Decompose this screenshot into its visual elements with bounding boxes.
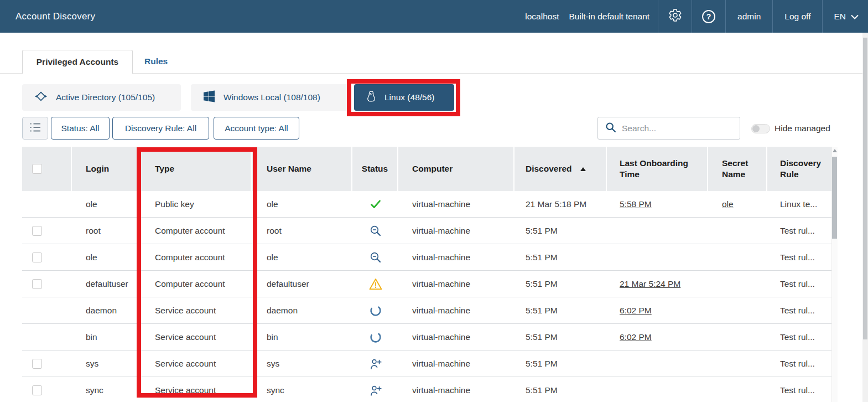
language-selector[interactable]: EN [822,0,868,33]
page-scrollbar-thumb[interactable] [863,38,867,339]
discovery-rule-filter-button[interactable]: Discovery Rule: All [112,117,209,140]
windows-icon [203,90,215,105]
discovery-rule-cell: Test rul... [767,218,831,244]
row-checkbox-cell [22,244,72,270]
discovered-cell: 5:51 PM [514,351,607,377]
user-name-cell: defaultuser [252,271,352,297]
accounts-table: Login Type User Name Status Computer Dis… [22,147,831,402]
search-icon [605,122,616,135]
success-check-icon [369,199,382,210]
last-onboarding-time-cell[interactable]: 21 Mar 5:24 PM [607,271,708,297]
login-cell: ole [72,244,141,270]
discovery-rule-cell: Linux te... [767,191,831,217]
user-name-cell: root [252,218,352,244]
topbar: Account Discovery localhost Built-in def… [0,0,868,33]
row-checkbox-cell [22,218,72,244]
discovered-cell: 5:51 PM [514,324,607,350]
tab-bar: Privileged Accounts Rules [0,50,868,74]
column-header-secret-name[interactable]: Secret Name [708,147,767,191]
settings-button[interactable] [658,0,692,33]
row-checkbox[interactable] [32,252,42,262]
discovered-cell: 5:51 PM [514,271,607,297]
row-checkbox[interactable] [32,359,42,369]
column-header-computer[interactable]: Computer [398,147,514,191]
logoff-button[interactable]: Log off [772,0,822,33]
account-type-filter-button[interactable]: Account type: All [214,117,299,140]
discovery-rule-cell: Test rul... [767,324,831,350]
table-body: ole Public key ole virtual-machine 21 Ma… [22,191,831,402]
secret-name-cell [708,297,767,323]
table-row: root Computer account root virtual-machi… [22,218,831,244]
status-filter-button[interactable]: Status: All [51,117,110,140]
user-name-cell: daemon [252,297,352,323]
chevron-down-icon [851,12,859,22]
computer-cell: virtual-machine [398,377,514,402]
hide-managed-label: Hide managed [775,123,830,133]
secret-name-cell [708,377,767,402]
login-cell: defaultuser [72,271,141,297]
column-header-user-name[interactable]: User Name [252,147,352,191]
computer-cell: virtual-machine [398,324,514,350]
type-cell: Public key [141,191,252,217]
discovery-rule-cell: Test rul... [767,244,831,270]
source-linux-button[interactable]: Linux (48/56) [354,84,454,111]
select-all-checkbox[interactable] [32,164,42,174]
source-label: Active Directory (105/105) [56,92,155,102]
last-onboarding-time-cell [607,244,708,270]
warning-icon [369,278,382,290]
secret-name-cell[interactable]: ole [708,191,767,217]
column-header-type[interactable]: Type [141,147,252,191]
column-header-login[interactable]: Login [72,147,141,191]
list-view-button[interactable] [22,117,48,140]
search-input[interactable] [622,123,724,133]
table-row: ole Public key ole virtual-machine 21 Ma… [22,191,831,218]
login-cell: ole [72,191,141,217]
hide-managed-toggle[interactable] [751,124,770,133]
last-onboarding-time-cell [607,218,708,244]
login-cell: sync [72,377,141,402]
add-user-icon [369,358,382,370]
active-directory-icon [34,90,48,105]
secret-name-cell [708,271,767,297]
row-checkbox-cell [22,324,72,350]
last-onboarding-time-cell[interactable]: 6:02 PM [607,297,708,323]
host-label: localhost [525,0,564,33]
computer-cell: virtual-machine [398,218,514,244]
row-checkbox[interactable] [32,226,42,236]
gear-icon [668,8,682,24]
header-checkbox-cell [22,147,72,191]
login-cell: sys [72,351,141,377]
user-menu[interactable]: admin [725,0,772,33]
secret-name-cell [708,244,767,270]
table-scrollbar-thumb[interactable] [832,157,837,239]
tab-rules[interactable]: Rules [133,50,179,73]
discovered-cell: 5:51 PM [514,297,607,323]
last-onboarding-time-cell[interactable]: 5:58 PM [607,191,708,217]
add-user-icon [369,384,382,396]
source-active-directory-button[interactable]: Active Directory (105/105) [22,84,181,111]
help-button[interactable]: ? [692,0,725,33]
column-header-discovery-rule[interactable]: Discovery Rule [767,147,831,191]
computer-cell: virtual-machine [398,271,514,297]
row-checkbox[interactable] [32,385,42,395]
list-icon [29,122,41,135]
user-name-cell: ole [252,244,352,270]
zoom-out-icon [370,225,382,237]
discovered-cell: 21 Mar 5:18 PM [514,191,607,217]
last-onboarding-time-cell[interactable]: 6:02 PM [607,324,708,350]
column-header-status[interactable]: Status [352,147,398,191]
user-name-cell: ole [252,191,352,217]
column-header-discovered[interactable]: Discovered [514,147,607,191]
discovery-rule-cell: Test rul... [767,271,831,297]
row-checkbox[interactable] [32,279,42,289]
row-checkbox-cell [22,191,72,217]
tab-privileged-accounts[interactable]: Privileged Accounts [22,50,133,74]
column-header-last-onboarding-time[interactable]: Last Onboarding Time [607,147,708,191]
type-cell: Computer account [141,218,252,244]
table-row: defaultuser Computer account defaultuser… [22,271,831,297]
scroll-up-arrow-icon[interactable] [833,149,837,152]
discovery-rule-cell: Test rul... [767,351,831,377]
computer-cell: virtual-machine [398,244,514,270]
source-windows-local-button[interactable]: Windows Local (108/108) [191,84,350,111]
source-label: Linux (48/56) [384,92,434,102]
